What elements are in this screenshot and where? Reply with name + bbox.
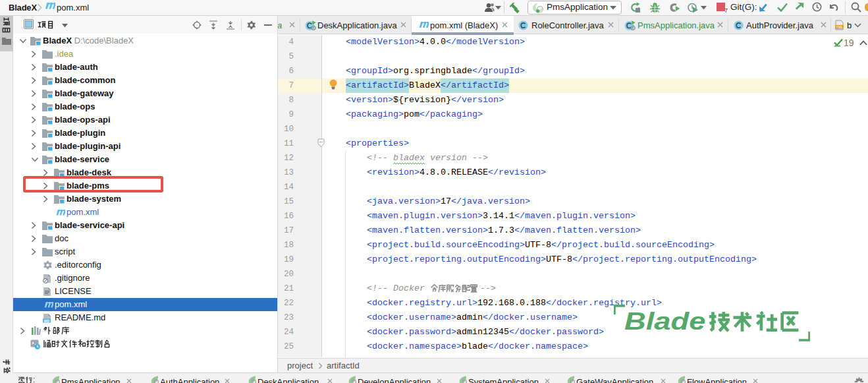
svg-text:YML: YML	[836, 25, 843, 29]
svg-text:MD: MD	[44, 319, 49, 323]
